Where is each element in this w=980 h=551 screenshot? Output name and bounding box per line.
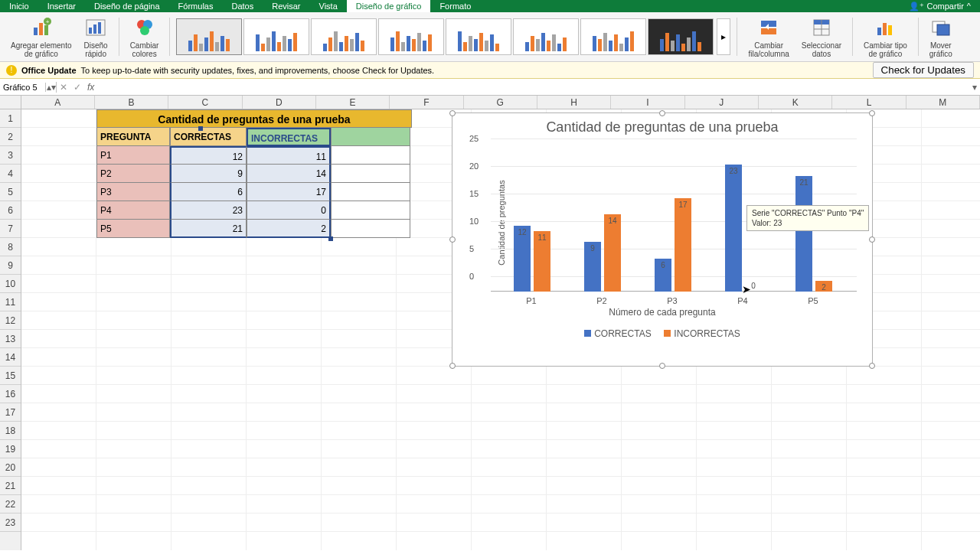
column-headers[interactable]: ABCDEFGHIJKLM [0, 96, 980, 109]
cell-grid[interactable]: Cantidad de preguntas de una prueba PREG… [21, 109, 980, 550]
x-axis-label[interactable]: Número de cada pregunta [452, 307, 872, 318]
chart-style-4[interactable] [378, 18, 444, 55]
row-header-21[interactable]: 21 [0, 477, 21, 495]
resize-handle[interactable] [449, 236, 456, 243]
col-header-M[interactable]: M [906, 96, 980, 109]
ribbon-tab-datos[interactable]: Datos [222, 0, 263, 12]
name-box-stepper[interactable]: ▴▾ [46, 82, 57, 93]
formula-cancel[interactable]: ✕ [57, 82, 70, 93]
cell-incorrectas[interactable]: 14 [247, 165, 331, 183]
cell-correctas[interactable]: 12 [170, 146, 247, 165]
row-header-19[interactable]: 19 [0, 440, 21, 458]
cell-pregunta[interactable]: P2 [96, 165, 170, 183]
switch-row-col-button[interactable]: Cambiarfila/columna [743, 14, 793, 60]
chart-style-7[interactable] [580, 18, 646, 55]
formula-accept[interactable]: ✓ [70, 82, 84, 93]
cell-correctas[interactable]: 21 [170, 220, 247, 238]
ribbon-tab-revisar[interactable]: Revisar [263, 0, 309, 12]
change-colors-button[interactable]: Cambiarcolores [126, 14, 164, 60]
col-header-G[interactable]: G [464, 96, 537, 109]
row-header-17[interactable]: 17 [0, 403, 21, 422]
table-row[interactable]: P5212 [96, 220, 412, 238]
ribbon-tab-fórmulas[interactable]: Fórmulas [169, 0, 223, 12]
row-header-8[interactable]: 8 [0, 238, 21, 256]
row-header-14[interactable]: 14 [0, 348, 21, 367]
row-header-2[interactable]: 2 [0, 128, 21, 146]
col-header-correctas[interactable]: CORRECTAS [170, 128, 247, 146]
cell-blank[interactable] [331, 183, 410, 201]
row-header-6[interactable]: 6 [0, 201, 21, 220]
row-header-11[interactable]: 11 [0, 293, 21, 311]
ribbon-tab-diseño-de-gráfico[interactable]: Diseño de gráfico [347, 0, 431, 12]
col-header-J[interactable]: J [685, 96, 759, 109]
chart-styles-gallery[interactable] [176, 18, 714, 55]
selection-handle[interactable] [198, 126, 203, 131]
row-header-22[interactable]: 22 [0, 495, 21, 514]
ribbon-tab-inicio[interactable]: Inicio [0, 0, 38, 12]
row-headers[interactable]: 1234567891011121314151617181920212223 [0, 109, 21, 550]
chart-style-5[interactable] [446, 18, 511, 55]
share-button[interactable]: 👤⁺ Compartir ^ [900, 2, 980, 11]
row-header-20[interactable]: 20 [0, 458, 21, 477]
move-chart-button[interactable]: Movergráfico [925, 14, 957, 60]
cell-blank[interactable] [331, 220, 410, 238]
row-header-9[interactable]: 9 [0, 256, 21, 275]
data-table[interactable]: Cantidad de preguntas de una prueba PREG… [96, 109, 412, 238]
cell-correctas[interactable]: 9 [170, 165, 247, 183]
row-header-15[interactable]: 15 [0, 367, 21, 385]
chart-style-1[interactable] [176, 18, 242, 55]
col-header-B[interactable]: B [95, 96, 168, 109]
chart-object[interactable]: Cantidad de preguntas de una prueba Cant… [452, 112, 873, 367]
cell-pregunta[interactable]: P1 [96, 146, 170, 165]
table-row[interactable]: P3617 [96, 183, 412, 201]
col-header-D[interactable]: D [243, 96, 316, 109]
fx-icon[interactable]: fx [84, 82, 101, 93]
cell-correctas[interactable]: 23 [170, 201, 247, 220]
col-header-A[interactable]: A [21, 96, 95, 109]
col-header-E[interactable]: E [316, 96, 390, 109]
name-box[interactable]: Gráfico 5 [0, 83, 46, 92]
ribbon-tab-diseño-de-página[interactable]: Diseño de página [85, 0, 169, 12]
row-header-18[interactable]: 18 [0, 422, 21, 440]
col-header-pregunta[interactable]: PREGUNTA [96, 128, 170, 146]
bar-correctas-P4[interactable] [725, 165, 742, 292]
row-header-7[interactable]: 7 [0, 220, 21, 238]
col-header-C[interactable]: C [168, 96, 242, 109]
col-header-blank[interactable] [331, 128, 410, 146]
resize-handle[interactable] [659, 363, 665, 369]
cell-correctas[interactable]: 6 [170, 183, 247, 201]
cell-pregunta[interactable]: P4 [96, 201, 170, 220]
row-header-12[interactable]: 12 [0, 311, 21, 330]
ribbon-tab-insertar[interactable]: Insertar [38, 0, 85, 12]
bar-correctas-P5[interactable] [795, 176, 812, 292]
ribbon-tab-formato[interactable]: Formato [430, 0, 480, 12]
cell-pregunta[interactable]: P3 [96, 183, 170, 201]
row-header-5[interactable]: 5 [0, 183, 21, 201]
col-header-K[interactable]: K [759, 96, 832, 109]
chart-style-2[interactable] [243, 18, 309, 55]
col-header-L[interactable]: L [832, 96, 906, 109]
col-header-F[interactable]: F [390, 96, 463, 109]
chart-title[interactable]: Cantidad de preguntas de una prueba [452, 113, 872, 139]
ribbon-tab-vista[interactable]: Vista [310, 0, 347, 12]
chart-legend[interactable]: CORRECTAS INCORRECTAS [452, 318, 872, 342]
row-header-4[interactable]: 4 [0, 165, 21, 183]
cell-incorrectas[interactable]: 2 [247, 220, 331, 238]
cell-incorrectas[interactable]: 17 [247, 183, 331, 201]
row-header-1[interactable]: 1 [0, 109, 21, 128]
row-header-13[interactable]: 13 [0, 330, 21, 348]
col-header-I[interactable]: I [611, 96, 684, 109]
bar-incorrectas-P3[interactable] [675, 198, 691, 292]
row-header-16[interactable]: 16 [0, 385, 21, 403]
bar-incorrectas-P2[interactable] [604, 214, 621, 292]
change-chart-type-button[interactable]: Cambiar tipode gráfico [859, 14, 912, 60]
row-header-3[interactable]: 3 [0, 146, 21, 165]
cell-blank[interactable] [331, 146, 410, 165]
resize-handle[interactable] [869, 236, 875, 243]
chart-style-8[interactable] [648, 18, 714, 55]
formula-expand[interactable]: ▾ [969, 82, 980, 93]
selection-handle[interactable] [328, 236, 333, 241]
check-updates-button[interactable]: Check for Updates [873, 62, 974, 78]
select-all-corner[interactable] [0, 96, 21, 109]
quick-layout-button[interactable]: Diseñorápido [80, 14, 113, 60]
